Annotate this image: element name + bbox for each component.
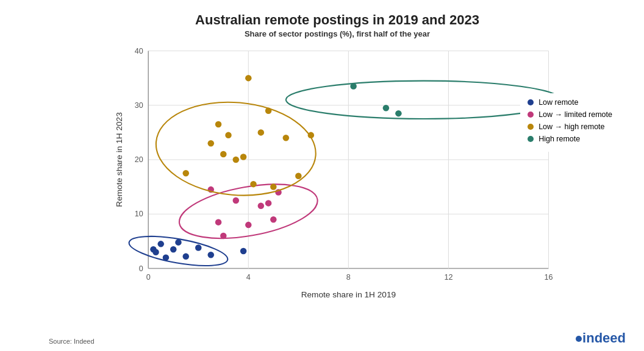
legend-item: High remote (528, 135, 612, 143)
svg-point-46 (208, 140, 215, 147)
svg-point-42 (270, 216, 277, 223)
svg-point-51 (240, 154, 247, 160)
legend-item: Low → limited remote (528, 110, 612, 119)
legend-label: Low → limited remote (538, 110, 612, 119)
svg-point-38 (233, 197, 240, 204)
svg-text:10: 10 (135, 210, 143, 218)
svg-point-40 (258, 203, 265, 210)
svg-point-26 (158, 241, 165, 247)
svg-point-53 (250, 181, 257, 188)
svg-text:4: 4 (246, 273, 251, 282)
scatter-chart: 0102030400481216Remote share in 1H 2019R… (49, 44, 626, 300)
svg-text:0: 0 (146, 273, 151, 282)
svg-text:12: 12 (444, 273, 453, 282)
chart-subtitle: Share of sector postings (%), first half… (49, 29, 626, 38)
source-text: Source: Indeed (49, 338, 95, 345)
legend-dot (528, 136, 534, 142)
svg-point-30 (183, 254, 190, 260)
svg-point-56 (270, 183, 277, 190)
chart-legend: Low remoteLow → limited remoteLow → high… (520, 93, 620, 152)
svg-point-25 (152, 249, 159, 255)
svg-text:16: 16 (544, 273, 553, 282)
svg-point-52 (245, 75, 252, 82)
legend-label: Low remote (538, 98, 578, 107)
legend-item: Low → high remote (528, 122, 612, 131)
chart-container: Australian remote postings in 2019 and 2… (0, 0, 644, 351)
chart-title: Australian remote postings in 2019 and 2… (49, 12, 626, 28)
svg-point-58 (295, 173, 302, 180)
svg-point-32 (208, 252, 215, 258)
svg-point-57 (283, 135, 290, 141)
legend-dot (528, 99, 534, 105)
legend-dot (528, 112, 534, 118)
svg-point-29 (175, 239, 182, 246)
svg-point-59 (308, 132, 315, 139)
svg-text:30: 30 (135, 101, 143, 110)
svg-point-48 (220, 151, 227, 158)
svg-point-62 (383, 105, 390, 112)
svg-point-41 (265, 200, 272, 207)
svg-point-50 (233, 157, 240, 163)
legend-label: High remote (538, 135, 580, 143)
svg-point-37 (220, 233, 227, 239)
indeed-logo-dot (576, 336, 582, 342)
svg-text:0: 0 (139, 264, 143, 273)
indeed-logo: indeed (576, 330, 626, 346)
legend-dot (528, 124, 534, 130)
svg-text:Remote share in 1H 2019: Remote share in 1H 2019 (301, 290, 396, 299)
svg-point-47 (215, 121, 222, 128)
svg-point-54 (258, 129, 265, 136)
svg-point-55 (265, 107, 272, 114)
svg-point-45 (183, 170, 190, 177)
svg-point-27 (163, 254, 170, 261)
svg-point-36 (215, 219, 222, 225)
legend-item: Low remote (528, 98, 612, 107)
svg-point-28 (170, 246, 177, 253)
svg-point-63 (395, 110, 402, 117)
chart-area: 0102030400481216Remote share in 1H 2019R… (49, 44, 626, 300)
svg-point-31 (195, 244, 202, 251)
svg-text:40: 40 (135, 47, 143, 55)
svg-point-33 (240, 248, 247, 255)
svg-text:Remote share in 1H 2023: Remote share in 1H 2023 (115, 112, 124, 207)
svg-point-61 (350, 83, 357, 90)
legend-label: Low → high remote (538, 122, 604, 131)
svg-point-49 (225, 132, 232, 139)
svg-text:20: 20 (135, 155, 143, 164)
svg-text:8: 8 (346, 273, 351, 282)
svg-point-39 (245, 222, 252, 229)
